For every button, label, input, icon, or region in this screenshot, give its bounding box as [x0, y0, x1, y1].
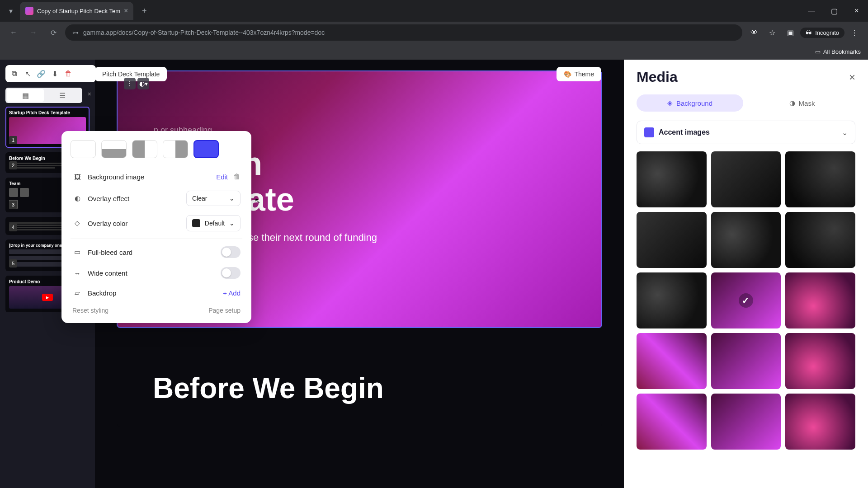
list-view-button[interactable]: ☰: [44, 89, 81, 102]
folder-icon: ▭: [815, 48, 821, 55]
new-tab-button[interactable]: +: [137, 4, 151, 18]
image-option-9[interactable]: [785, 272, 855, 328]
backdrop-icon: ▱: [72, 288, 82, 298]
tab-mask[interactable]: ◑ Mask: [749, 94, 855, 112]
link-icon[interactable]: 🔗: [36, 69, 46, 79]
image-option-14[interactable]: [711, 394, 781, 450]
sidebar-toolbar: ⧉ ↖ 🔗 ⬇ 🗑: [5, 65, 96, 82]
palette-icon: 🎨: [564, 70, 571, 78]
style-popover: 🖼 Background image Edit 🗑 ◐ Overlay effe…: [61, 131, 251, 323]
close-icon[interactable]: ×: [124, 7, 128, 15]
overlay-color-select[interactable]: Default ⌄: [186, 215, 241, 231]
trash-icon[interactable]: 🗑: [233, 173, 241, 181]
overlay-color-row: ◇ Overlay color Default ⌄: [71, 211, 242, 236]
view-toggle: ▦ ☰ ×: [5, 88, 82, 103]
tab-background[interactable]: ◈ Background: [637, 94, 743, 112]
window-controls: — ▢ ×: [800, 2, 868, 20]
bookmarks-bar: ▭ All Bookmarks: [0, 43, 868, 60]
layout-option-4[interactable]: [163, 140, 188, 158]
image-option-4[interactable]: [637, 212, 707, 268]
chevron-down-icon: ⌄: [229, 195, 235, 202]
close-icon[interactable]: ×: [849, 71, 855, 84]
gamma-favicon: [25, 7, 33, 15]
image-option-2[interactable]: [711, 151, 781, 207]
theme-button[interactable]: 🎨 Theme: [557, 67, 601, 81]
add-backdrop-button[interactable]: + Add: [223, 289, 241, 297]
site-info-icon[interactable]: ⊶: [72, 29, 79, 36]
back-button[interactable]: ←: [5, 24, 22, 41]
image-option-7[interactable]: [637, 272, 707, 328]
divider: [71, 239, 242, 239]
undo-icon[interactable]: ↖: [23, 69, 33, 79]
image-option-3[interactable]: [785, 151, 855, 207]
play-icon: ▶: [42, 294, 53, 301]
slide-2[interactable]: Before We Begin: [117, 350, 602, 427]
image-grid: [637, 151, 855, 450]
reload-button[interactable]: ⟳: [45, 24, 61, 41]
close-icon[interactable]: ×: [88, 90, 91, 98]
popover-footer: Reset styling Page setup: [71, 302, 242, 314]
browser-menu-button[interactable]: ⋮: [846, 24, 863, 41]
download-icon[interactable]: ⬇: [50, 69, 60, 79]
browser-tab[interactable]: Copy of Startup Pitch Deck Tem ×: [20, 2, 133, 20]
edit-button[interactable]: Edit: [216, 173, 228, 181]
slide-toolbar: ⋮ ◐▾: [124, 78, 149, 89]
address-bar: ← → ⟳ ⊶ gamma.app/docs/Copy-of-Startup-P…: [0, 22, 868, 43]
full-bleed-toggle[interactable]: [221, 246, 241, 258]
url-text: gamma.app/docs/Copy-of-Startup-Pitch-Dec…: [83, 29, 735, 36]
image-option-11[interactable]: [711, 333, 781, 389]
eye-off-icon[interactable]: 👁: [746, 24, 762, 41]
tab-search-dropdown[interactable]: ▾: [4, 4, 18, 18]
layout-options: [71, 140, 242, 158]
slide-style-button[interactable]: ◐▾: [137, 78, 149, 89]
close-window-button[interactable]: ×: [845, 2, 868, 20]
image-option-13[interactable]: [637, 394, 707, 450]
chevron-down-icon: ⌄: [842, 128, 848, 137]
layout-option-1[interactable]: [71, 140, 96, 158]
image-option-10[interactable]: [637, 333, 707, 389]
bookmark-star-icon[interactable]: ☆: [764, 24, 780, 41]
browser-titlebar: ▾ Copy of Startup Pitch Deck Tem × + — ▢…: [0, 0, 868, 22]
image-option-15[interactable]: [785, 394, 855, 450]
reset-styling-button[interactable]: Reset styling: [72, 307, 108, 314]
maximize-button[interactable]: ▢: [823, 2, 845, 20]
slide-title[interactable]: Before We Begin: [153, 371, 566, 405]
incognito-chip[interactable]: 🕶 Incognito: [800, 28, 844, 38]
backdrop-row: ▱ Backdrop + Add: [71, 283, 242, 302]
layout-option-3[interactable]: [132, 140, 157, 158]
paint-icon: ◇: [72, 218, 82, 228]
slide-menu-button[interactable]: ⋮: [124, 78, 136, 89]
panel-icon[interactable]: ▣: [782, 24, 798, 41]
full-bleed-row: ▭ Full-bleed card: [71, 242, 242, 263]
page-setup-button[interactable]: Page setup: [208, 307, 241, 314]
incognito-label: Incognito: [815, 29, 839, 36]
minimize-button[interactable]: —: [800, 2, 823, 20]
layout-option-5[interactable]: [193, 140, 219, 158]
media-title: Media: [637, 69, 678, 85]
image-option-5[interactable]: [711, 212, 781, 268]
image-icon: 🖼: [72, 172, 82, 182]
accent-images-section[interactable]: Accent images ⌄: [637, 121, 855, 144]
mask-icon: ◑: [789, 99, 795, 107]
grid-view-button[interactable]: ▦: [7, 89, 44, 102]
image-option-6[interactable]: [785, 212, 855, 268]
overlay-effect-select[interactable]: Clear ⌄: [186, 191, 241, 206]
chevron-down-icon: ⌄: [229, 220, 235, 227]
url-input[interactable]: ⊶ gamma.app/docs/Copy-of-Startup-Pitch-D…: [65, 24, 742, 41]
background-icon: ◈: [667, 99, 673, 107]
overlay-effect-row: ◐ Overlay effect Clear ⌄: [71, 186, 242, 211]
cursor: ↖: [255, 197, 260, 205]
wide-content-row: ↔ Wide content: [71, 263, 242, 283]
copy-icon[interactable]: ⧉: [9, 69, 19, 79]
background-image-row: 🖼 Background image Edit 🗑: [71, 167, 242, 186]
image-option-12[interactable]: [785, 333, 855, 389]
media-panel: Media × ◈ Background ◑ Mask Accent image…: [624, 60, 868, 488]
card-icon: ▭: [72, 247, 82, 257]
layout-option-2[interactable]: [101, 140, 127, 158]
image-option-1[interactable]: [637, 151, 707, 207]
all-bookmarks-button[interactable]: ▭ All Bookmarks: [815, 48, 861, 55]
trash-icon[interactable]: 🗑: [63, 69, 73, 79]
forward-button[interactable]: →: [25, 24, 42, 41]
wide-content-toggle[interactable]: [221, 267, 241, 279]
image-option-8[interactable]: [711, 272, 781, 328]
